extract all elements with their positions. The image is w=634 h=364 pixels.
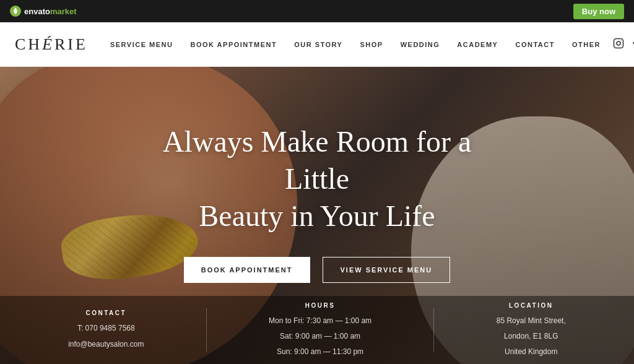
top-bar: envatomarket Buy now: [0, 0, 634, 22]
social-icons: [613, 38, 634, 51]
nav-links: SERVICE MENU BOOK APPOINTMENT OUR STORY …: [110, 41, 601, 48]
nav-other[interactable]: OTHER: [572, 41, 601, 48]
nav-shop[interactable]: SHOP: [360, 41, 383, 48]
hours-heading: HOURS: [305, 302, 336, 309]
contact-heading: CONTACT: [85, 310, 126, 316]
market-text: market: [50, 7, 77, 16]
svg-point-2: [617, 41, 620, 45]
svg-rect-1: [614, 38, 623, 48]
hero-buttons: BOOK APPOINTMENT VIEW SERVICE MENU: [184, 257, 450, 283]
info-bar: CONTACT T: 070 9485 7568 info@beautysalo…: [0, 296, 634, 364]
divider-1: [206, 308, 207, 352]
envato-text: envato: [24, 7, 50, 16]
hero-headline: Always Make Room for a Little Beauty in …: [131, 123, 503, 235]
view-service-menu-button[interactable]: VIEW SERVICE MENU: [323, 257, 451, 283]
svg-point-3: [620, 40, 621, 41]
site-logo[interactable]: CHÉRIE: [15, 35, 88, 54]
book-appointment-button[interactable]: BOOK APPOINTMENT: [184, 257, 310, 283]
nav-our-story[interactable]: OUR STORY: [294, 41, 342, 48]
nav-academy[interactable]: ACADEMY: [457, 41, 498, 48]
nav-wedding[interactable]: WEDDING: [401, 41, 440, 48]
nav-bar: CHÉRIE SERVICE MENU BOOK APPOINTMENT OUR…: [0, 22, 634, 67]
hours-col: HOURS Mon to Fri: 7:30 am — 1:00 am Sat:…: [269, 302, 371, 358]
location-col: LOCATION 85 Royal Mint Street, London, E…: [497, 302, 566, 358]
location-line3: United Kingdom: [505, 346, 557, 358]
location-heading: LOCATION: [509, 302, 553, 309]
buy-now-button[interactable]: Buy now: [573, 4, 624, 19]
hours-line1: Mon to Fri: 7:30 am — 1:00 am: [269, 315, 371, 327]
divider-2: [433, 308, 434, 352]
nav-book-appointment[interactable]: BOOK APPOINTMENT: [190, 41, 277, 48]
hours-line3: Sun: 9:00 am — 11:30 pm: [277, 346, 363, 358]
instagram-icon[interactable]: [613, 38, 624, 51]
contact-col: CONTACT T: 070 9485 7568 info@beautysalo…: [68, 310, 144, 350]
location-line2: London, E1 8LG: [504, 331, 558, 342]
contact-phone: T: 070 9485 7568: [77, 323, 135, 334]
nav-service-menu[interactable]: SERVICE MENU: [110, 41, 173, 48]
hours-line2: Sat: 9:00 am — 1:00 am: [280, 331, 360, 342]
nav-contact[interactable]: CONTACT: [515, 41, 554, 48]
contact-email: info@beautysalon.com: [68, 339, 144, 350]
hero-section: Always Make Room for a Little Beauty in …: [0, 67, 634, 364]
envato-logo: envatomarket: [10, 6, 77, 17]
location-line1: 85 Royal Mint Street,: [497, 315, 566, 327]
